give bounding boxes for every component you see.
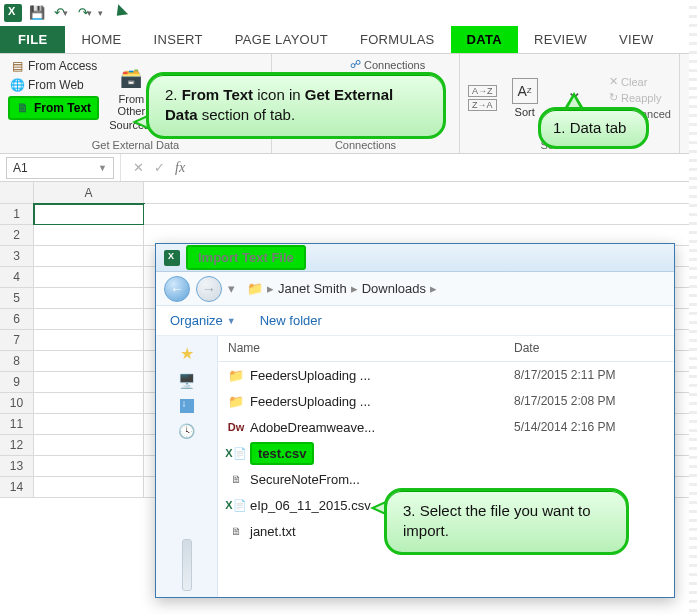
clear-icon: ✕ <box>609 75 618 88</box>
cell[interactable] <box>34 435 144 456</box>
row-header[interactable]: 2 <box>0 225 34 246</box>
connections-button[interactable]: ☍ Connections <box>350 58 425 71</box>
row-header[interactable]: 13 <box>0 456 34 477</box>
clear-label: Clear <box>621 76 647 88</box>
organize-label: Organize <box>170 313 223 328</box>
row-header[interactable]: 1 <box>0 204 34 225</box>
breadcrumb[interactable]: 📁 ▸ Janet Smith ▸ Downloads ▸ <box>247 281 437 296</box>
row-header[interactable]: 4 <box>0 267 34 288</box>
tab-file[interactable]: FILE <box>0 26 65 53</box>
txt-icon: 🗎 <box>228 471 244 487</box>
clear-button[interactable]: ✕ Clear <box>609 75 671 88</box>
other-sources-icon: 🗃️ <box>118 65 144 91</box>
text-file-icon: 🗎 <box>16 101 30 115</box>
row-header[interactable]: 5 <box>0 288 34 309</box>
annotation-callout-3: 3. Select the file you want to import. <box>384 488 629 555</box>
cell[interactable] <box>34 225 144 246</box>
select-all-corner[interactable] <box>0 182 34 204</box>
sort-za-button[interactable]: Z→A <box>468 99 497 111</box>
from-web-button[interactable]: 🌐 From Web <box>8 77 99 93</box>
file-row[interactable]: DwAdobeDreamweave...5/14/2014 2:16 PM <box>218 414 674 440</box>
undo-icon[interactable]: ↶▾ <box>52 4 70 22</box>
row-header[interactable]: 11 <box>0 414 34 435</box>
cell[interactable] <box>34 204 144 225</box>
customize-qat-icon[interactable]: ▾ <box>98 8 103 18</box>
reapply-button[interactable]: ↻ Reapply <box>609 91 671 104</box>
organize-dropdown[interactable]: Organize▼ <box>170 313 236 328</box>
touch-mode-icon[interactable] <box>112 4 128 20</box>
row-header[interactable]: 9 <box>0 372 34 393</box>
cell[interactable] <box>34 477 144 498</box>
new-folder-button[interactable]: New folder <box>260 313 322 328</box>
annotation-callout-2: 2. From Text icon in Get External Data s… <box>146 72 446 139</box>
cell[interactable] <box>34 267 144 288</box>
folder-icon: 📁 <box>228 367 244 383</box>
cell[interactable] <box>34 456 144 477</box>
cell[interactable] <box>34 414 144 435</box>
cell[interactable] <box>34 309 144 330</box>
from-access-button[interactable]: ▤ From Access <box>8 58 99 74</box>
xlsx-icon: X📄 <box>228 445 244 461</box>
group-label-connections: Connections <box>280 139 451 151</box>
file-list: Name Date 📁FeedersUploading ...8/17/2015… <box>218 336 674 597</box>
globe-icon: 🌐 <box>10 78 24 92</box>
row-header[interactable]: 10 <box>0 393 34 414</box>
breadcrumb-folder[interactable]: Downloads <box>362 281 426 296</box>
cell-area[interactable] <box>144 204 697 225</box>
downloads-icon[interactable] <box>180 399 194 413</box>
sort-az-button[interactable]: A→Z <box>468 85 497 97</box>
from-text-button[interactable]: 🗎 From Text <box>8 96 99 120</box>
favorites-icon[interactable]: ★ <box>180 344 194 363</box>
tab-insert[interactable]: INSERT <box>138 26 219 53</box>
row-header[interactable]: 8 <box>0 351 34 372</box>
file-row[interactable]: 📁FeedersUploading ...8/17/2015 2:08 PM <box>218 388 674 414</box>
breadcrumb-user[interactable]: Janet Smith <box>278 281 347 296</box>
tab-home[interactable]: HOME <box>65 26 137 53</box>
dialog-titlebar[interactable]: Import Text File <box>156 244 674 272</box>
sidebar-scrollbar[interactable] <box>182 539 192 591</box>
tab-page-layout[interactable]: PAGE LAYOUT <box>219 26 344 53</box>
connections-label: Connections <box>364 59 425 71</box>
file-name: AdobeDreamweave... <box>250 420 375 435</box>
file-name: FeedersUploading ... <box>250 394 371 409</box>
fx-icon[interactable]: fx <box>175 160 185 176</box>
cell[interactable] <box>34 372 144 393</box>
recent-icon[interactable]: 🕓 <box>178 423 195 439</box>
name-box[interactable]: A1 ▼ <box>6 157 114 179</box>
tab-view[interactable]: VIEW <box>603 26 669 53</box>
file-name: janet.txt <box>250 524 296 539</box>
column-header-area[interactable] <box>144 182 697 204</box>
save-icon[interactable]: 💾 <box>28 4 46 22</box>
row-header[interactable]: 7 <box>0 330 34 351</box>
row-header[interactable]: 6 <box>0 309 34 330</box>
file-row[interactable]: X📄test.csv <box>218 440 674 466</box>
row-header[interactable]: 3 <box>0 246 34 267</box>
enter-formula-icon[interactable]: ✓ <box>154 160 165 175</box>
tab-review[interactable]: REVIEW <box>518 26 603 53</box>
header-date[interactable]: Date <box>504 336 674 361</box>
chevron-down-icon[interactable]: ▾ <box>228 281 235 296</box>
nav-forward-button[interactable]: → <box>196 276 222 302</box>
cancel-formula-icon[interactable]: ✕ <box>133 160 144 175</box>
reapply-icon: ↻ <box>609 91 618 104</box>
desktop-icon[interactable]: 🖥️ <box>178 373 195 389</box>
cell[interactable] <box>34 351 144 372</box>
file-row[interactable]: 📁FeedersUploading ...8/17/2015 2:11 PM <box>218 362 674 388</box>
dialog-toolbar: Organize▼ New folder <box>156 306 674 336</box>
redo-icon[interactable]: ↷▾ <box>76 4 94 22</box>
file-name: SecureNoteFrom... <box>250 472 360 487</box>
column-header[interactable]: A <box>34 182 144 204</box>
tab-formulas[interactable]: FORMULAS <box>344 26 451 53</box>
cell[interactable] <box>34 330 144 351</box>
file-list-header[interactable]: Name Date <box>218 336 674 362</box>
row-header[interactable]: 12 <box>0 435 34 456</box>
cell[interactable] <box>34 393 144 414</box>
cell[interactable] <box>34 246 144 267</box>
cell[interactable] <box>34 288 144 309</box>
ribbon-tab-strip: FILE HOME INSERT PAGE LAYOUT FORMULAS DA… <box>0 26 697 54</box>
row-header[interactable]: 14 <box>0 477 34 498</box>
nav-back-button[interactable]: ← <box>164 276 190 302</box>
chevron-down-icon[interactable]: ▼ <box>98 163 107 173</box>
header-name[interactable]: Name <box>218 336 504 361</box>
tab-data[interactable]: DATA <box>451 26 518 53</box>
